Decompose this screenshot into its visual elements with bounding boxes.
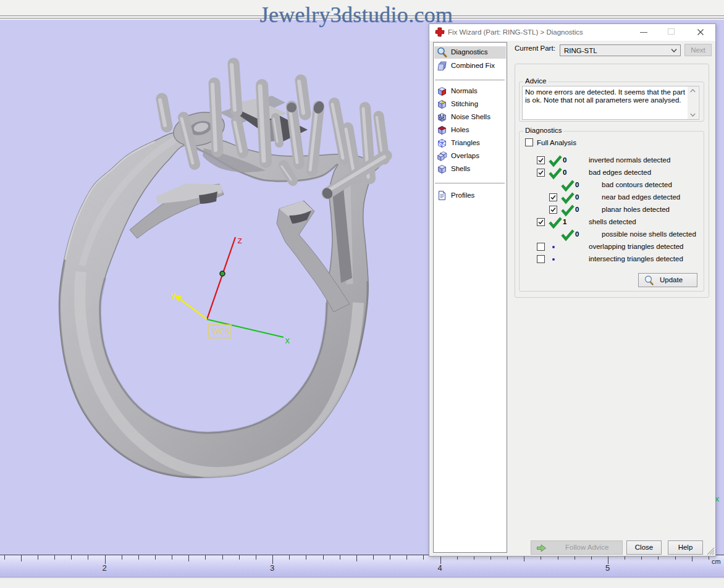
svg-text:z: z [237, 236, 242, 246]
svg-text:WCS: WCS [213, 327, 230, 336]
svg-text:x: x [285, 336, 290, 346]
svg-text:y: y [170, 290, 175, 300]
